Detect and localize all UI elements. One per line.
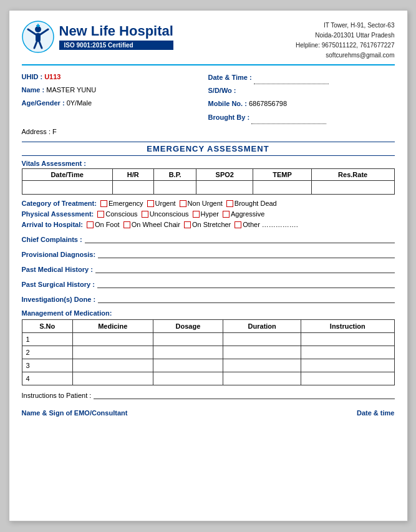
med-instruction-1 — [301, 333, 395, 346]
arrival-row: Arrival to Hospital: On Foot On Wheel Ch… — [22, 221, 395, 228]
instructions-row: Instructions to Patient : — [22, 390, 395, 399]
hospital-logo-icon — [22, 21, 54, 53]
arrival-stretcher-checkbox[interactable] — [184, 221, 191, 228]
med-dosage-1 — [153, 333, 223, 346]
past-surgical-label: Past Surgical History : — [22, 281, 95, 288]
mobile-value: 6867856798 — [249, 100, 287, 107]
physical-unconscious[interactable]: Unconscious — [142, 210, 189, 218]
arrival-onfoot-checkbox[interactable] — [87, 221, 94, 228]
brought-label: Brought By : — [208, 114, 250, 121]
email: softcurehms@gmail.com — [296, 51, 394, 60]
vitals-spo2-1 — [196, 181, 253, 195]
vitals-resrate-1 — [311, 181, 394, 195]
investigations-line — [98, 294, 394, 303]
category-broughtdead-checkbox[interactable] — [226, 200, 233, 207]
med-col-duration: Duration — [223, 320, 301, 333]
header-contact: IT Tower, H-91, Sector-63 Noida-201301 U… — [296, 21, 394, 60]
chief-complaints-label: Chief Complaints : — [22, 236, 82, 243]
arrival-wheelchair-label: On Wheel Chair — [132, 221, 180, 228]
med-duration-4 — [223, 372, 301, 385]
arrival-wheelchair[interactable]: On Wheel Chair — [123, 221, 180, 228]
medication-table: S.No Medicine Dosage Duration Instructio… — [22, 319, 395, 385]
med-medicine-1 — [72, 333, 153, 346]
physical-conscious-label: Conscious — [105, 210, 137, 218]
category-urgent[interactable]: Urgent — [147, 200, 176, 207]
patient-right: Date & Time : S/D/Wo : Mobile No. : 6867… — [208, 70, 395, 124]
physical-conscious-checkbox[interactable] — [97, 211, 104, 218]
physical-unconscious-checkbox[interactable] — [142, 211, 148, 218]
arrival-stretcher[interactable]: On Stretcher — [184, 221, 231, 228]
med-sno-3: 3 — [22, 359, 72, 372]
category-row: Category of Treatment: Emergency Urgent … — [22, 200, 395, 207]
logo-text-area: New Life Hospital ISO 9001:2015 Certifie… — [59, 24, 173, 49]
helpline: Helpline: 9675011122, 7617677227 — [296, 41, 394, 51]
instructions-label: Instructions to Patient : — [22, 392, 92, 399]
col-bp: B.P. — [153, 169, 196, 181]
past-surgical-line — [97, 279, 395, 288]
instructions-line — [94, 390, 394, 399]
arrival-label: Arrival to Hospital: — [22, 221, 83, 228]
vitals-bp-1 — [153, 181, 196, 195]
date-row: Date & Time : — [208, 70, 395, 84]
sdwo-row: S/D/Wo : — [208, 84, 395, 97]
physical-label: Physical Assessment: — [22, 210, 94, 218]
med-duration-2 — [223, 346, 301, 359]
brought-row: Brought By : — [208, 110, 395, 124]
category-urgent-label: Urgent — [155, 200, 176, 207]
address-line2: Noida-201301 Uttar Pradesh — [296, 31, 394, 41]
sdwo-label: S/D/Wo : — [208, 87, 236, 94]
category-label: Category of Treatment: — [22, 200, 97, 207]
arrival-onfoot-label: On Foot — [95, 221, 120, 228]
patient-left: UHID : U113 Name : MASTER YUNU Age/Gende… — [22, 70, 208, 124]
footer-left: Name & Sign of EMO/Consultant — [22, 409, 128, 417]
page: New Life Hospital ISO 9001:2015 Certifie… — [9, 10, 408, 521]
med-col-medicine: Medicine — [72, 320, 153, 333]
med-instruction-2 — [301, 346, 395, 359]
past-medical-label: Past Medical History : — [22, 266, 93, 273]
date-label: Date & Time : — [208, 74, 252, 81]
category-nonurgent-label: Non Urgent — [188, 200, 223, 207]
age-row: Age/Gender : 0Y/Male — [22, 97, 208, 110]
physical-row: Physical Assessment: Conscious Unconscio… — [22, 210, 395, 218]
logo-area: New Life Hospital ISO 9001:2015 Certifie… — [22, 21, 173, 53]
med-dosage-4 — [153, 372, 223, 385]
med-dosage-3 — [153, 359, 223, 372]
physical-aggressive-checkbox[interactable] — [223, 211, 230, 218]
col-hr: H/R — [112, 169, 153, 181]
name-row: Name : MASTER YUNU — [22, 84, 208, 97]
category-broughtdead[interactable]: Brought Dead — [226, 200, 277, 207]
vitals-row-1 — [22, 181, 394, 195]
category-nonurgent[interactable]: Non Urgent — [180, 200, 223, 207]
arrival-onfoot[interactable]: On Foot — [87, 221, 120, 228]
category-emergency[interactable]: Emergency — [100, 200, 143, 207]
physical-aggressive[interactable]: Aggressive — [223, 210, 264, 218]
arrival-wheelchair-checkbox[interactable] — [123, 221, 130, 228]
med-col-dosage: Dosage — [153, 320, 223, 333]
col-datetime: Date/Time — [22, 169, 112, 181]
med-row-3: 3 — [22, 359, 394, 372]
vitals-temp-1 — [253, 181, 312, 195]
arrival-other[interactable]: Other ……………. — [235, 221, 298, 228]
physical-unconscious-label: Unconscious — [150, 210, 189, 218]
chief-complaints-line — [85, 235, 395, 243]
address-line1: IT Tower, H-91, Sector-63 — [296, 21, 394, 31]
investigations-row: Investigation(s) Done : — [22, 294, 395, 303]
hospital-name: New Life Hospital — [59, 24, 173, 39]
section-title: EMERGENCY ASSESSMENT — [22, 142, 395, 156]
arrival-other-checkbox[interactable] — [235, 221, 241, 228]
past-medical-row: Past Medical History : — [22, 264, 395, 273]
physical-conscious[interactable]: Conscious — [97, 210, 137, 218]
uhid-label: UHID : — [22, 73, 43, 80]
age-label: Age/Gender : — [22, 99, 65, 107]
med-col-sno: S.No — [22, 320, 72, 333]
physical-hyper[interactable]: Hyper — [193, 210, 219, 218]
header: New Life Hospital ISO 9001:2015 Certifie… — [22, 21, 395, 65]
category-nonurgent-checkbox[interactable] — [180, 200, 186, 207]
category-emergency-checkbox[interactable] — [100, 200, 107, 207]
category-urgent-checkbox[interactable] — [147, 200, 154, 207]
med-sno-1: 1 — [22, 333, 72, 346]
svg-rect-8 — [37, 24, 39, 27]
iso-badge: ISO 9001:2015 Certified — [59, 41, 173, 50]
physical-hyper-checkbox[interactable] — [193, 211, 200, 218]
med-row-4: 4 — [22, 372, 394, 385]
